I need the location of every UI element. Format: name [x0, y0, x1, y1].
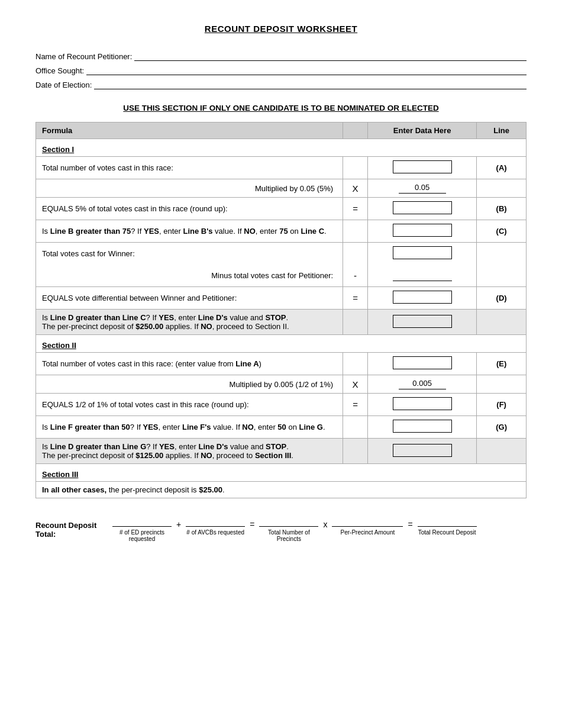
table-header-row: Formula Enter Data Here Line: [36, 123, 527, 139]
bottom-line2: [186, 516, 245, 527]
row-stop2-symbol-blank: [343, 439, 368, 464]
date-label: Date of Election:: [35, 80, 92, 89]
multiplier1-symbol: X: [343, 179, 368, 198]
bottom-item1: # of ED precincts requested: [112, 516, 172, 542]
row-c: Is Line B greater than 75? If YES, enter…: [36, 220, 527, 243]
header-blank: [343, 123, 368, 139]
section1-heading-row: Section I: [36, 139, 527, 157]
row-petitioner-formula: Minus total votes cast for Petitioner:: [36, 265, 343, 287]
row-winner-formula: Total votes cast for Winner:: [36, 243, 343, 265]
bottom-op4: =: [408, 516, 412, 529]
row-g-formula: Is Line F greater than 50? If YES, enter…: [36, 416, 343, 439]
bottom-formula: # of ED precincts requested + # of AVCBs…: [112, 516, 527, 542]
multiplier2-label: Multiplied by 0.005 (1/2 of 1%): [36, 375, 343, 394]
office-field: Office Sought:: [35, 65, 527, 75]
section3-heading-row: Section III: [36, 464, 527, 482]
row-winner: Total votes cast for Winner:: [36, 243, 527, 265]
row-stop1-line-blank: [477, 310, 527, 335]
row-d-input[interactable]: [393, 291, 452, 304]
row-stop1-input-cell: [368, 310, 477, 335]
multiplier1-label: Multiplied by 0.05 (5%): [36, 179, 343, 198]
date-field: Date of Election:: [35, 79, 527, 89]
row-stop2-input[interactable]: [393, 444, 452, 457]
row-stop2: Is Line D greater than Line G? If YES, e…: [36, 439, 527, 464]
recount-deposit-label: Recount Deposit Total:: [35, 516, 112, 539]
row-d-formula: EQUALS vote differential between Winner …: [36, 287, 343, 310]
row-winner-input-cell: [368, 243, 477, 265]
row-d-symbol: =: [343, 287, 368, 310]
bottom-item4: Per-Precinct Amount: [332, 516, 403, 536]
multiplier1-line-blank: [477, 179, 527, 198]
row-b: EQUALS 5% of total votes cast in this ra…: [36, 198, 527, 220]
row-c-input[interactable]: [393, 224, 452, 237]
row-e-line: (E): [477, 353, 527, 375]
header-enter-data: Enter Data Here: [368, 123, 477, 139]
row-a-input[interactable]: [393, 160, 452, 173]
row-all-cases-formula: In all other cases, the per-precinct dep…: [36, 482, 527, 498]
row-a-formula: Total number of votes cast in this race:: [36, 157, 343, 179]
row-g-symbol-blank: [343, 416, 368, 439]
row-b-line: (B): [477, 198, 527, 220]
row-winner-input[interactable]: [393, 246, 452, 259]
row-stop2-line-blank: [477, 439, 527, 464]
row-g-line: (G): [477, 416, 527, 439]
row-b-symbol: =: [343, 198, 368, 220]
row-e-input-cell: [368, 353, 477, 375]
row-e-symbol-blank: [343, 353, 368, 375]
petitioner-field: Name of Recount Petitioner:: [35, 50, 527, 61]
row-f-formula: EQUALS 1/2 of 1% of total votes cast in …: [36, 394, 343, 416]
worksheet-table: Formula Enter Data Here Line Section I T…: [35, 122, 527, 498]
section2-heading: Section II: [36, 335, 527, 353]
bottom-line4: [332, 516, 403, 527]
row-stop2-formula: Is Line D greater than Line G? If YES, e…: [36, 439, 343, 464]
row-g-input-cell: [368, 416, 477, 439]
row-g: Is Line F greater than 50? If YES, enter…: [36, 416, 527, 439]
row-g-input[interactable]: [393, 420, 452, 433]
bottom-sublabel1: # of ED precincts requested: [112, 529, 172, 542]
row-f-input-cell: [368, 394, 477, 416]
row-f-symbol: =: [343, 394, 368, 416]
multiplier2-value: 0.005: [399, 379, 446, 389]
office-label: Office Sought:: [35, 66, 84, 75]
petitioner-label: Name of Recount Petitioner:: [35, 52, 132, 61]
bottom-item5: Total Recount Deposit: [418, 516, 477, 536]
petitioner-input-line: [134, 50, 527, 61]
row-petitioner-symbol: -: [343, 265, 368, 287]
header-formula: Formula: [36, 123, 343, 139]
row-winner-line-blank: [477, 243, 527, 265]
row-c-symbol-blank: [343, 220, 368, 243]
page-title: RECOUNT DEPOSIT WORKSHEET: [35, 24, 527, 34]
row-a-line: (A): [477, 157, 527, 179]
row-e-formula: Total number of votes cast in this race:…: [36, 353, 343, 375]
use-section-title: USE THIS SECTION IF ONLY ONE CANDIDATE I…: [35, 104, 527, 112]
row-petitioner-line: [393, 268, 452, 281]
date-input-line: [94, 79, 527, 89]
row-d-line: (D): [477, 287, 527, 310]
row-b-input[interactable]: [393, 201, 452, 214]
row-b-input-cell: [368, 198, 477, 220]
row-c-formula: Is Line B greater than 75? If YES, enter…: [36, 220, 343, 243]
bottom-sublabel3: Total Number of Precincts: [259, 529, 318, 542]
row-all-cases: In all other cases, the per-precinct dep…: [36, 482, 527, 498]
row-a-input-cell: [368, 157, 477, 179]
section2-heading-row: Section II: [36, 335, 527, 353]
office-input-line: [86, 65, 527, 75]
row-stop1: Is Line D greater than Line C? If YES, e…: [36, 310, 527, 335]
row-e: Total number of votes cast in this race:…: [36, 353, 527, 375]
header-fields: Name of Recount Petitioner: Office Sough…: [35, 50, 527, 89]
row-e-input[interactable]: [393, 356, 452, 369]
bottom-sublabel4: Per-Precinct Amount: [341, 529, 395, 536]
bottom-item2: # of AVCBs requested: [186, 516, 245, 536]
row-stop1-input[interactable]: [393, 315, 452, 328]
multiplier1-value: 0.05: [399, 183, 446, 194]
row-d-input-cell: [368, 287, 477, 310]
row-petitioner-line-blank: [477, 265, 527, 287]
bottom-op1: +: [176, 516, 181, 529]
row-b-formula: EQUALS 5% of total votes cast in this ra…: [36, 198, 343, 220]
bottom-sublabel2: # of AVCBs requested: [186, 529, 244, 536]
row-d: EQUALS vote differential between Winner …: [36, 287, 527, 310]
section1-heading: Section I: [36, 139, 527, 157]
bottom-op2: =: [250, 516, 254, 529]
header-line: Line: [477, 123, 527, 139]
row-f-input[interactable]: [393, 397, 452, 410]
